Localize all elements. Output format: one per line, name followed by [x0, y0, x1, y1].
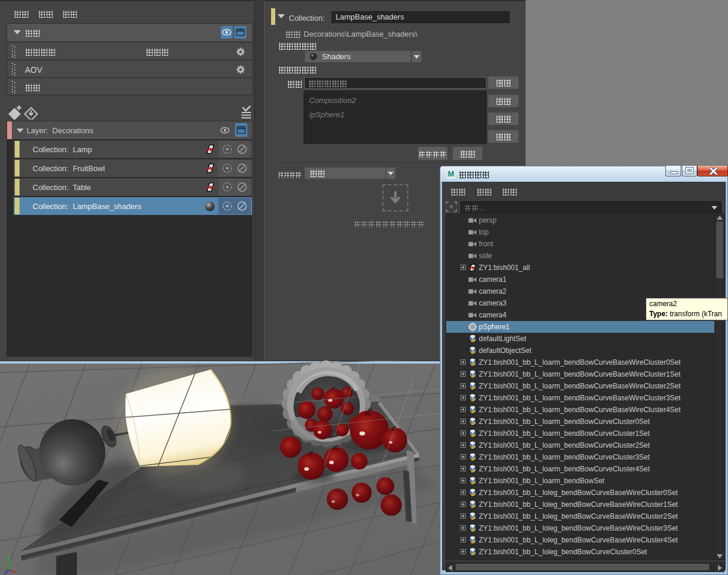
svg-text:y: y [7, 554, 10, 560]
